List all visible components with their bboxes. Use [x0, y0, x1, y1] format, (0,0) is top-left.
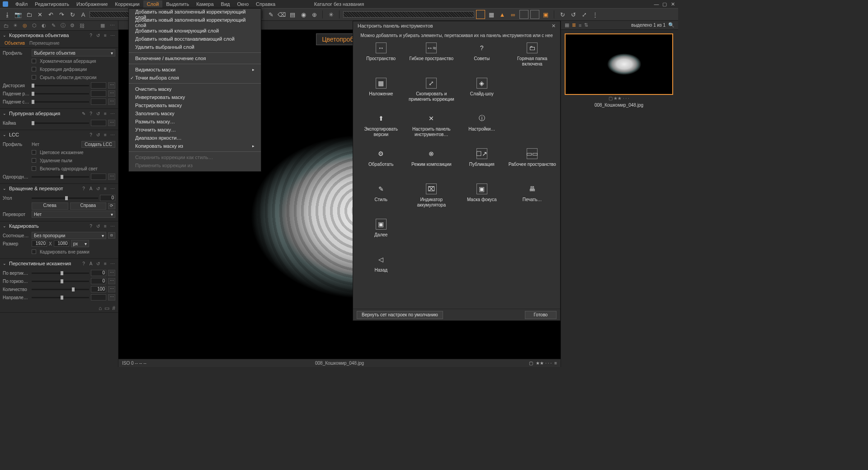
sort-icon[interactable]: ⇅	[584, 22, 588, 28]
menu-item[interactable]: Инвертировать маску	[129, 93, 261, 101]
customize-item[interactable]: ⚙Обработать	[356, 148, 406, 180]
crop-width-input[interactable]: 1920	[32, 240, 47, 247]
minimize-button[interactable]: —	[654, 1, 659, 7]
customize-item[interactable]: ◁Назад	[356, 254, 406, 286]
customize-item[interactable]: 🖶Печать…	[507, 183, 558, 215]
uniform-slider[interactable]	[32, 176, 89, 178]
angle-slider[interactable]	[32, 197, 98, 199]
customize-item[interactable]: ▣Маска фокуса	[457, 183, 507, 215]
variant-icon[interactable]: ≡	[554, 361, 557, 366]
customize-item[interactable]: ↔Пространство	[356, 42, 406, 74]
tab-details-icon[interactable]: ◐	[40, 22, 48, 30]
menu-item[interactable]: Включение / выключение слоя	[129, 54, 261, 62]
customize-item[interactable]: ▦Наложение	[356, 78, 406, 109]
customize-item[interactable]: ⤢Скопировать и применить коррекции	[406, 78, 457, 109]
angle-value[interactable]: 0	[100, 195, 115, 201]
maximize-button[interactable]: ▢	[662, 1, 667, 7]
tab-grid-icon[interactable]: ▦	[99, 22, 107, 30]
redo-icon[interactable]: ↷	[57, 10, 66, 19]
done-button[interactable]: Готово	[525, 311, 557, 319]
refresh1-icon[interactable]: ↻	[558, 10, 567, 19]
menu-item[interactable]: Растрировать маску	[129, 101, 261, 109]
tab-exposure-icon[interactable]: ☀	[11, 22, 19, 30]
menu-item[interactable]: Заполнить маску	[129, 109, 261, 118]
distortion-value[interactable]	[91, 82, 106, 89]
box2-icon[interactable]	[530, 10, 539, 19]
lens-profile-select[interactable]: Выберите объектив▾	[32, 49, 115, 56]
keystone-slider[interactable]	[32, 297, 89, 298]
chrom-ab-checkbox[interactable]	[32, 59, 36, 63]
menu-item[interactable]: Добавить новый восстанавливающий слой	[129, 35, 261, 43]
uniform-light-checkbox[interactable]	[32, 166, 36, 171]
capture-icon[interactable]: 📷	[14, 10, 23, 19]
reset-defaults-button[interactable]: Вернуть сет настроек по умолчанию	[357, 311, 443, 319]
tab-more-icon[interactable]: ⋯	[108, 22, 116, 30]
eyedropper-icon[interactable]: ✎	[81, 111, 86, 116]
customize-item[interactable]: ✕Настроить панель инструментов…	[406, 113, 457, 145]
compare-icon[interactable]: ▣	[541, 10, 550, 19]
view-list-icon[interactable]: ≣	[572, 22, 576, 28]
tab-settings-icon[interactable]: ⚙	[68, 22, 76, 30]
customize-item[interactable]: ⓘНастройки…	[457, 113, 507, 145]
view-grid-icon[interactable]: ▦	[565, 22, 569, 28]
menu-камера[interactable]: Камера	[193, 0, 217, 8]
thumb-box-icon[interactable]: ▢	[609, 96, 613, 101]
rotate-left-button[interactable]: Слева	[32, 202, 68, 210]
chevron-down-icon[interactable]: ⌄	[3, 111, 7, 116]
customize-item[interactable]: ▭▭Рабочее пространство	[507, 148, 558, 180]
crop-outside-checkbox[interactable]	[32, 249, 36, 254]
menu-окно[interactable]: Окно	[233, 0, 252, 8]
menu-item[interactable]: Удалить выбранный слой	[129, 43, 261, 51]
rating-stars[interactable]: ★★ · · ·	[536, 361, 552, 366]
radial-icon[interactable]: ◉	[299, 10, 308, 19]
subtab-movement[interactable]: Перемещение	[29, 41, 60, 47]
menu-выделить[interactable]: Выделить	[162, 0, 193, 8]
tab-lens-icon[interactable]: ◎	[21, 22, 29, 30]
rotate-right-button[interactable]: Справа	[70, 202, 107, 210]
customize-item[interactable]: ◈Слайд-шоу	[457, 78, 507, 109]
thumbnail-card[interactable]: ▢★★ · · · 008_Кошкомир_048.jpg	[565, 33, 673, 108]
menu-icon[interactable]: ⋮	[590, 10, 599, 19]
crop-unit-select[interactable]: px▾	[71, 240, 89, 247]
redo2-icon[interactable]: ↻	[68, 10, 77, 19]
customize-item[interactable]: ✎Стиль	[356, 183, 406, 215]
reset-icon[interactable]: ↺	[95, 33, 101, 38]
customize-item[interactable]: ⬆Экспортировать версии	[356, 113, 406, 145]
view-filmstrip-icon[interactable]: ≡	[579, 23, 581, 28]
customize-item[interactable]: ☐↗Публикация	[457, 148, 507, 180]
menu-справка[interactable]: Справка	[252, 0, 279, 8]
warning-icon[interactable]: ▲	[498, 10, 507, 19]
tab-meta-icon[interactable]: ⓘ	[59, 22, 67, 30]
falloff1-slider[interactable]	[32, 93, 89, 94]
undo-icon[interactable]: ↶	[46, 10, 55, 19]
menu-item[interactable]: Добавить новый заполненный корректирующи…	[129, 19, 261, 27]
subtab-lens[interactable]: Объектив	[5, 41, 25, 47]
help-icon[interactable]: ?	[88, 33, 94, 38]
keystone-tool1-icon[interactable]: ⌂	[99, 305, 102, 311]
tab-local-icon[interactable]: ✎	[49, 22, 57, 30]
box1-icon[interactable]	[519, 10, 528, 19]
import-icon[interactable]: ⭳	[3, 10, 12, 19]
fringe-slider[interactable]	[32, 122, 89, 124]
customize-item[interactable]: ?Советы	[457, 42, 507, 74]
expand-icon[interactable]: ⤢	[580, 10, 589, 19]
keystone-tool3-icon[interactable]: #	[112, 305, 115, 311]
chevron-down-icon[interactable]: ⌄	[3, 33, 7, 38]
menu-вид[interactable]: Вид	[217, 0, 234, 8]
brush-icon[interactable]: ✎	[266, 10, 275, 19]
preset-icon[interactable]: ≡	[103, 33, 108, 38]
diffraction-checkbox[interactable]	[32, 67, 36, 71]
customize-item[interactable]: ↔≈Гибкое пространство	[406, 42, 457, 74]
menu-item[interactable]: Видимость маски▸	[129, 66, 261, 74]
customize-item[interactable]: ▣Далее	[356, 219, 406, 250]
menu-изображение[interactable]: Изображение	[73, 0, 111, 8]
color-cast-checkbox[interactable]	[32, 150, 36, 155]
gradient-icon[interactable]: ▤	[288, 10, 297, 19]
slider-2[interactable]	[343, 11, 474, 18]
customize-item[interactable]: ⊗Режим композиции	[406, 148, 457, 180]
dust-checkbox[interactable]	[32, 158, 36, 163]
menu-item[interactable]: Добавить новый клонирующий слой	[129, 27, 261, 35]
menu-item[interactable]: Очистить маску	[129, 85, 261, 93]
hide-distort-checkbox[interactable]	[32, 75, 36, 80]
create-lcc-button[interactable]: Создать LCC	[81, 141, 115, 148]
